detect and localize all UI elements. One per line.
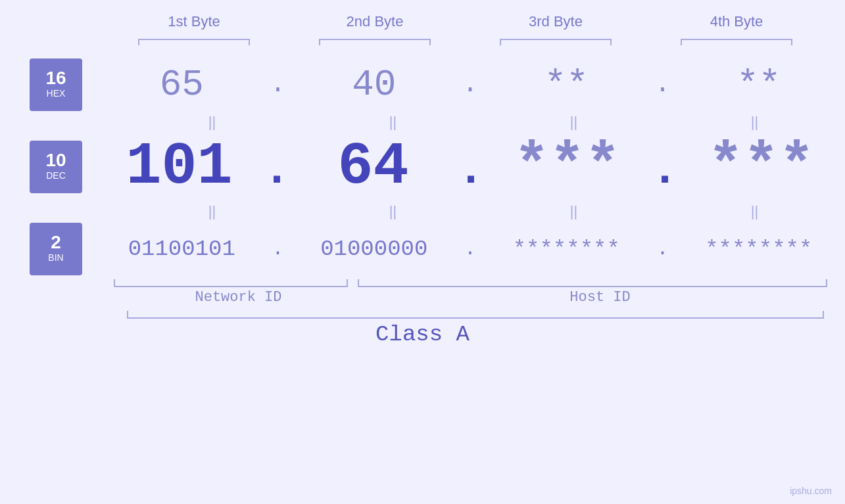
bin-dot-2: . bbox=[460, 239, 480, 259]
dec-byte-4: *** bbox=[677, 133, 845, 200]
bin-values: 01100101 . 01000000 . ******** . *******… bbox=[82, 237, 845, 262]
hex-byte-2: 40 bbox=[288, 64, 461, 106]
hex-dot-2: . bbox=[460, 72, 480, 98]
bin-row: 2 BIN 01100101 . 01000000 . ******** . *… bbox=[0, 223, 845, 275]
bin-label: BIN bbox=[48, 252, 63, 265]
dec-dot-3: . bbox=[651, 148, 677, 194]
hex-badge: 16 HEX bbox=[30, 58, 82, 111]
bracket-2 bbox=[285, 39, 466, 45]
equals-row-1: || || || || bbox=[122, 114, 845, 131]
equals-1: || bbox=[122, 114, 302, 131]
dec-byte-2: 64 bbox=[289, 133, 457, 200]
equals-2: || bbox=[302, 114, 483, 131]
dec-values: 101 . 64 . *** . *** bbox=[82, 133, 845, 200]
equals-8: || bbox=[664, 203, 845, 220]
dec-label: DEC bbox=[46, 170, 66, 183]
bin-byte-1: 01100101 bbox=[95, 237, 268, 262]
hex-byte-1: 65 bbox=[95, 64, 268, 106]
bin-dot-1: . bbox=[268, 239, 288, 259]
equals-5: || bbox=[122, 203, 302, 220]
bracket-3 bbox=[466, 39, 646, 45]
top-brackets-row bbox=[104, 39, 827, 45]
bin-dot-3: . bbox=[653, 239, 673, 259]
bracket-1 bbox=[104, 39, 285, 45]
bracket-line-3 bbox=[500, 39, 612, 45]
byte-header-4: 4th Byte bbox=[646, 13, 827, 35]
byte-headers-row: 1st Byte 2nd Byte 3rd Byte 4th Byte bbox=[104, 13, 827, 35]
hex-number: 16 bbox=[45, 69, 66, 87]
bracket-4 bbox=[646, 39, 827, 45]
bin-byte-3: ******** bbox=[480, 237, 653, 262]
network-id-label: Network ID bbox=[104, 289, 374, 306]
equals-7: || bbox=[483, 203, 664, 220]
dec-badge: 10 DEC bbox=[30, 141, 82, 193]
watermark: ipshu.com bbox=[790, 486, 832, 496]
bracket-line-2 bbox=[319, 39, 431, 45]
hex-values: 65 . 40 . ** . ** bbox=[82, 64, 845, 106]
hex-label: HEX bbox=[47, 87, 66, 101]
byte-header-1: 1st Byte bbox=[104, 13, 285, 35]
equals-6: || bbox=[302, 203, 483, 220]
dec-row: 10 DEC 101 . 64 . *** . *** bbox=[0, 133, 845, 200]
hex-dot-1: . bbox=[268, 72, 288, 98]
dec-dot-1: . bbox=[263, 148, 289, 194]
dec-byte-1: 101 bbox=[95, 133, 263, 200]
byte-header-3: 3rd Byte bbox=[466, 13, 646, 35]
hex-dot-3: . bbox=[653, 72, 673, 98]
bin-badge: 2 BIN bbox=[30, 223, 82, 275]
bin-number: 2 bbox=[51, 233, 61, 252]
byte-header-2: 2nd Byte bbox=[285, 13, 466, 35]
host-id-bracket bbox=[358, 279, 827, 287]
host-id-label: Host ID bbox=[374, 289, 827, 306]
equals-3: || bbox=[483, 114, 664, 131]
bottom-labels: Network ID Host ID bbox=[104, 289, 827, 306]
bracket-line-4 bbox=[681, 39, 792, 45]
bottom-brackets-container bbox=[104, 279, 827, 287]
hex-row: 16 HEX 65 . 40 . ** . ** bbox=[0, 58, 845, 111]
class-label: Class A bbox=[0, 322, 845, 347]
bin-byte-2: 01000000 bbox=[288, 237, 461, 262]
class-bracket bbox=[127, 311, 824, 319]
network-id-bracket bbox=[114, 279, 349, 287]
main-container: 1st Byte 2nd Byte 3rd Byte 4th Byte 16 H… bbox=[0, 0, 845, 504]
class-bracket-row bbox=[127, 311, 824, 319]
hex-byte-3: ** bbox=[480, 64, 653, 106]
dec-dot-2: . bbox=[457, 148, 483, 194]
bin-byte-4: ******** bbox=[673, 237, 846, 262]
equals-4: || bbox=[664, 114, 845, 131]
hex-byte-4: ** bbox=[673, 64, 846, 106]
dec-number: 10 bbox=[45, 151, 66, 170]
equals-row-2: || || || || bbox=[122, 203, 845, 220]
dec-byte-3: *** bbox=[483, 133, 651, 200]
bracket-spacer bbox=[348, 279, 354, 287]
bracket-line-1 bbox=[138, 39, 250, 45]
